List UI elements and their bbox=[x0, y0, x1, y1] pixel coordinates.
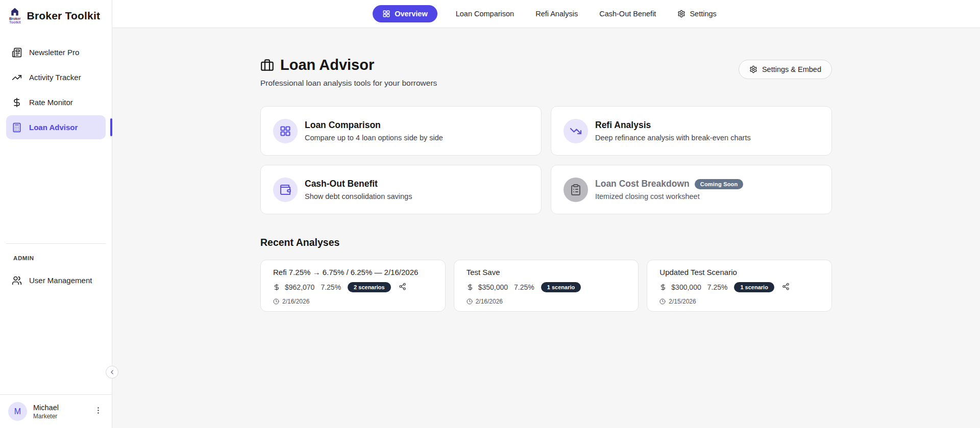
coming-soon-badge: Coming Soon bbox=[695, 179, 744, 189]
tab-cash-out-benefit[interactable]: Cash-Out Benefit bbox=[596, 5, 659, 22]
user-role: Marketer bbox=[33, 413, 86, 420]
feature-title: Refi Analysis bbox=[595, 120, 751, 131]
clock-icon bbox=[659, 298, 666, 305]
grid-icon bbox=[382, 10, 390, 18]
briefcase-icon bbox=[260, 58, 274, 72]
analysis-rate: 7.25% bbox=[707, 283, 728, 291]
feature-card-grid: Loan Comparison Compare up to 4 loan opt… bbox=[260, 106, 832, 214]
clipboard-icon bbox=[564, 178, 588, 202]
sidebar: Broker Toolkit Broker Toolkit Newsletter… bbox=[0, 0, 112, 428]
wallet-icon bbox=[273, 178, 298, 202]
trending-up-icon bbox=[12, 72, 22, 83]
analysis-title: Test Save bbox=[467, 268, 627, 276]
analysis-title: Updated Test Scenario bbox=[659, 268, 820, 276]
analysis-amount: $350,000 bbox=[478, 283, 508, 291]
analysis-date: 2/16/2026 bbox=[476, 298, 503, 305]
sidebar-spacer bbox=[0, 292, 112, 394]
page-header: Loan Advisor Professional loan analysis … bbox=[260, 57, 832, 88]
dollar-icon bbox=[467, 284, 474, 291]
sidebar-collapse-button[interactable] bbox=[106, 366, 118, 379]
tab-label: Loan Comparison bbox=[456, 10, 514, 18]
analysis-card[interactable]: Updated Test Scenario $300,000 7.25% 1 s… bbox=[647, 260, 832, 312]
sidebar-item-user-management[interactable]: User Management bbox=[6, 268, 106, 292]
page-title: Loan Advisor bbox=[280, 57, 374, 73]
dollar-icon bbox=[659, 284, 667, 291]
tab-label: Overview bbox=[395, 10, 428, 18]
user-name: Michael bbox=[33, 404, 86, 412]
feature-card-loan-cost-breakdown: Loan Cost Breakdown Coming Soon Itemized… bbox=[551, 165, 832, 214]
tab-loan-comparison[interactable]: Loan Comparison bbox=[453, 5, 517, 22]
sidebar-item-newsletter-pro[interactable]: Newsletter Pro bbox=[6, 40, 106, 64]
user-profile: M Michael Marketer bbox=[0, 394, 112, 428]
tab-settings[interactable]: Settings bbox=[674, 5, 719, 22]
brand: Broker Toolkit Broker Toolkit bbox=[0, 0, 112, 29]
sidebar-item-rate-monitor[interactable]: Rate Monitor bbox=[6, 90, 106, 114]
grid-icon bbox=[273, 119, 298, 143]
brand-name: Broker Toolkit bbox=[27, 10, 101, 22]
page-subtitle: Professional loan analysis tools for you… bbox=[260, 79, 437, 88]
analysis-date: 2/16/2026 bbox=[282, 298, 309, 305]
tab-label: Cash-Out Benefit bbox=[599, 10, 656, 18]
feature-card-loan-comparison[interactable]: Loan Comparison Compare up to 4 loan opt… bbox=[260, 106, 542, 156]
dollar-icon bbox=[273, 284, 280, 291]
share-icon[interactable] bbox=[782, 283, 790, 292]
user-meta: Michael Marketer bbox=[33, 404, 86, 420]
analysis-rate: 7.25% bbox=[514, 283, 534, 291]
analysis-rate: 7.25% bbox=[321, 283, 341, 291]
broker-toolkit-logo-icon: Broker Toolkit bbox=[9, 7, 21, 24]
logo-text-line2: Toolkit bbox=[9, 20, 20, 24]
recent-analyses-heading: Recent Analyses bbox=[260, 237, 832, 248]
sidebar-item-activity-tracker[interactable]: Activity Tracker bbox=[6, 65, 106, 89]
feature-title: Loan Cost Breakdown bbox=[595, 179, 690, 189]
tab-label: Settings bbox=[690, 10, 716, 18]
clock-icon bbox=[273, 298, 279, 305]
chevron-left-icon bbox=[109, 369, 115, 375]
dollar-icon bbox=[12, 97, 22, 108]
feature-description: Show debt consolidation savings bbox=[305, 192, 412, 200]
recent-analyses-grid: Refi 7.25% → 6.75% / 6.25% — 2/16/2026 $… bbox=[260, 260, 832, 312]
tab-refi-analysis[interactable]: Refi Analysis bbox=[532, 5, 581, 22]
analysis-amount: $962,070 bbox=[285, 283, 314, 291]
analysis-card[interactable]: Refi 7.25% → 6.75% / 6.25% — 2/16/2026 $… bbox=[260, 260, 446, 312]
page-content: Loan Advisor Professional loan analysis … bbox=[112, 28, 980, 428]
feature-description: Compare up to 4 loan options side by sid… bbox=[305, 134, 443, 142]
avatar: M bbox=[8, 402, 27, 421]
scenario-count-badge: 1 scenario bbox=[541, 282, 581, 292]
sidebar-item-label: User Management bbox=[29, 276, 92, 285]
more-vertical-icon[interactable] bbox=[92, 404, 105, 419]
scenario-count-badge: 2 scenarios bbox=[348, 282, 391, 292]
clock-icon bbox=[467, 298, 473, 305]
newspaper-icon bbox=[12, 47, 22, 58]
sidebar-item-loan-advisor[interactable]: Loan Advisor bbox=[6, 115, 106, 139]
sidebar-item-label: Loan Advisor bbox=[29, 123, 78, 132]
gear-icon bbox=[677, 10, 685, 18]
logo-text-line1: Broker bbox=[9, 17, 21, 20]
admin-nav: User Management bbox=[0, 268, 112, 292]
feature-description: Deep refinance analysis with break-even … bbox=[595, 134, 751, 142]
tab-overview[interactable]: Overview bbox=[373, 5, 437, 22]
users-icon bbox=[12, 275, 22, 286]
trending-down-icon bbox=[564, 119, 588, 143]
analysis-date: 2/15/2026 bbox=[669, 298, 696, 305]
admin-section-label: ADMIN bbox=[0, 244, 112, 268]
sidebar-item-label: Rate Monitor bbox=[29, 98, 73, 107]
feature-title: Loan Comparison bbox=[305, 120, 443, 131]
sidebar-item-label: Activity Tracker bbox=[29, 73, 81, 82]
main-area: Overview Loan Comparison Refi Analysis C… bbox=[112, 0, 980, 428]
scenario-count-badge: 1 scenario bbox=[734, 282, 774, 292]
feature-title: Cash-Out Benefit bbox=[305, 179, 412, 189]
settings-embed-label: Settings & Embed bbox=[762, 65, 821, 73]
feature-card-cash-out-benefit[interactable]: Cash-Out Benefit Show debt consolidation… bbox=[260, 165, 542, 214]
analysis-amount: $300,000 bbox=[671, 283, 701, 291]
calculator-icon bbox=[12, 122, 22, 133]
top-navigation: Overview Loan Comparison Refi Analysis C… bbox=[112, 0, 980, 28]
sidebar-nav: Newsletter Pro Activity Tracker Rate Mon… bbox=[0, 40, 112, 139]
feature-description: Itemized closing cost worksheet bbox=[595, 192, 743, 200]
settings-embed-button[interactable]: Settings & Embed bbox=[739, 60, 832, 79]
feature-card-refi-analysis[interactable]: Refi Analysis Deep refinance analysis wi… bbox=[551, 106, 832, 156]
analysis-card[interactable]: Test Save $350,000 7.25% 1 scenario bbox=[454, 260, 639, 312]
sidebar-item-label: Newsletter Pro bbox=[29, 48, 79, 57]
share-icon[interactable] bbox=[399, 283, 406, 292]
tab-label: Refi Analysis bbox=[535, 10, 578, 18]
analysis-title: Refi 7.25% → 6.75% / 6.25% — 2/16/2026 bbox=[273, 268, 434, 276]
